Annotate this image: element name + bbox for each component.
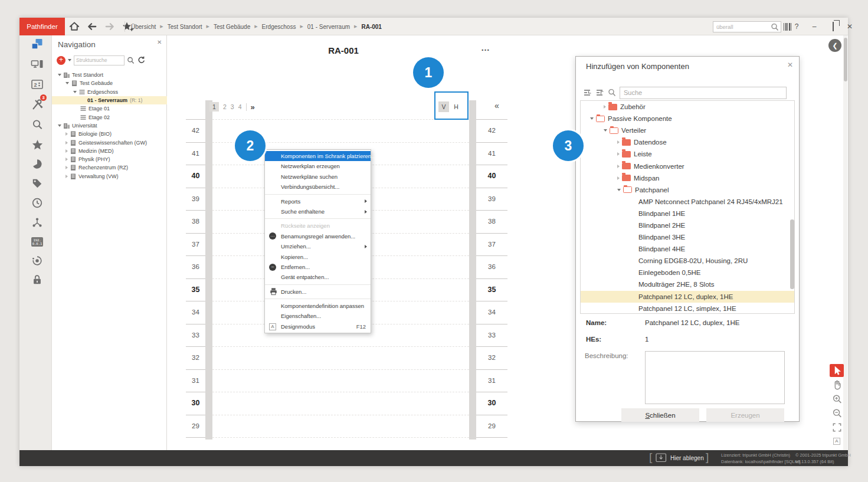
nav-tree-item[interactable]: Verwaltung (VW) (52, 172, 167, 181)
design-a-icon[interactable]: A (830, 435, 844, 448)
component-tree-item[interactable]: Blindpanel 1HE (581, 208, 794, 219)
menu-item[interactable]: Umziehen... (265, 241, 371, 251)
component-tree-item[interactable]: Midspan (581, 172, 794, 184)
drop-zone-label[interactable]: Hier ablegen (670, 455, 704, 461)
nav-tree-item[interactable]: Etage 02 (52, 113, 167, 121)
tag-icon[interactable] (29, 175, 45, 192)
breadcrumb-item[interactable]: Erdgeschoss (262, 24, 296, 30)
pointer-tool-icon[interactable] (830, 364, 844, 377)
home-icon[interactable] (67, 19, 81, 34)
zoom-out-icon[interactable] (830, 406, 844, 419)
nav-tree-item[interactable]: Geisteswissenschaften (GW) (52, 138, 167, 146)
component-tree-item[interactable]: Medienkonverter (581, 160, 794, 172)
menu-item[interactable]: Drucken... (265, 287, 371, 297)
menu-item[interactable]: Netzwerkpläne suchen (265, 172, 371, 182)
component-tree-item[interactable]: Modulträger 2HE, 8 Slots (581, 278, 794, 290)
chevron-expanded-icon[interactable] (617, 189, 621, 191)
component-search-input[interactable] (620, 87, 787, 99)
chevron-collapsed-icon[interactable] (617, 152, 620, 156)
add-structure-dropdown-icon[interactable] (68, 59, 71, 61)
breadcrumb-item[interactable]: RA-001 (361, 24, 381, 30)
rack-page-2[interactable]: 2 (223, 103, 227, 110)
structure-icon[interactable] (29, 36, 45, 53)
rack-plan-icon[interactable]: 2 (29, 76, 45, 93)
menu-item[interactable]: ADesignmodusF12 (265, 322, 371, 332)
component-tree-item[interactable]: Patchpanel 12 LC, duplex, 1HE (581, 291, 794, 303)
structure-search-input[interactable] (74, 55, 125, 65)
view-mode-v-button[interactable]: V (438, 101, 449, 112)
menu-item[interactable]: Kopieren... (265, 252, 371, 262)
back-arrow-icon[interactable] (85, 19, 99, 34)
component-tree-item[interactable]: Patchpanel (581, 184, 794, 196)
breadcrumb-item[interactable]: Übersicht (131, 24, 156, 30)
rack-slot[interactable] (212, 415, 469, 438)
view-mode-h-button[interactable]: H (451, 101, 461, 112)
nav-tree-item[interactable]: Erdgeschoss (52, 88, 167, 96)
canvas-scrollbar-thumb[interactable] (844, 38, 847, 81)
menu-item[interactable]: Komponenten im Schrank platzieren... (265, 151, 371, 161)
breadcrumb-item[interactable]: 01 - Serverraum (307, 24, 350, 30)
rack-page-4[interactable]: 4 (238, 103, 242, 110)
tools-icon[interactable]: 3 (29, 96, 45, 113)
pie-chart-icon[interactable] (29, 156, 45, 172)
description-textarea[interactable] (645, 351, 785, 404)
rack-row[interactable]: 3131 (186, 369, 507, 392)
collapse-panel-icon[interactable]: « (494, 101, 498, 110)
chevron-expanded-icon[interactable] (65, 82, 69, 84)
component-tree-item[interactable]: Corning EDGE8-02U, Housing, 2RU (581, 255, 794, 267)
component-tree-item[interactable]: Datendose (581, 136, 794, 148)
rack-slot[interactable] (212, 392, 469, 415)
chevron-expanded-icon[interactable] (604, 129, 607, 132)
nav-tree-item[interactable]: Biologie (BIO) (52, 130, 167, 138)
rack-row[interactable]: 4242 (186, 119, 507, 142)
menu-item[interactable]: Verbindungsübersicht... (265, 182, 371, 192)
breadcrumb-item[interactable]: Test Gebäude (214, 24, 250, 30)
menu-item[interactable]: Eigenschaften... (265, 311, 371, 321)
component-tree-item[interactable]: Blindpanel 4HE (581, 243, 794, 255)
nav-tree-item[interactable]: Medizin (MED) (52, 147, 167, 155)
nav-tree-item[interactable]: Universität (52, 122, 167, 130)
lock-icon[interactable] (29, 271, 45, 288)
menu-item[interactable]: …Benamungsregel anwenden... (265, 231, 371, 241)
menu-item[interactable]: Netzwerkplan erzeugen (265, 161, 371, 171)
nav-tree-item[interactable]: 01 - Serverraum(R: 1) (52, 96, 167, 104)
panel-back-circle-button[interactable]: ❮ (828, 39, 841, 52)
nav-tree-item[interactable]: Etage 01 (52, 104, 167, 113)
component-tree-item[interactable]: Zubehör (581, 101, 794, 113)
favorites-star-icon[interactable] (29, 136, 45, 153)
chevron-collapsed-icon[interactable] (65, 175, 68, 178)
chevron-collapsed-icon[interactable] (65, 132, 68, 136)
rack-more-menu-icon[interactable]: … (478, 42, 493, 53)
component-tree-scrollbar[interactable] (790, 219, 794, 289)
rack-page-1[interactable]: 1 (209, 102, 219, 112)
component-tree-item[interactable]: Leiste (581, 148, 794, 160)
help-button[interactable]: ? (792, 22, 801, 31)
nav-tree-item[interactable]: Physik (PHY) (52, 155, 167, 163)
menu-item[interactable]: Rückseite anzeigen (265, 221, 371, 231)
refresh-icon[interactable] (137, 56, 145, 64)
nav-tree-item[interactable]: Test Standort (52, 71, 167, 79)
component-tree-item[interactable]: Blindpanel 2HE (581, 219, 794, 231)
orbit-icon[interactable] (29, 253, 45, 269)
chevron-collapsed-icon[interactable] (65, 141, 68, 145)
barcode-scan-icon[interactable] (784, 23, 791, 31)
chevron-expanded-icon[interactable] (73, 91, 77, 93)
fit-screen-icon[interactable] (830, 421, 844, 434)
close-dialog-button[interactable]: Schließen (621, 408, 699, 422)
page-forward-icon[interactable]: » (251, 103, 254, 112)
menu-item[interactable]: Gerät entpatchen... (265, 272, 371, 282)
chevron-expanded-icon[interactable] (58, 74, 61, 76)
minimize-button[interactable]: – (810, 22, 819, 31)
component-tree-item[interactable]: Einlegeboden 0,5HE (581, 267, 794, 278)
zoom-in-icon[interactable] (830, 392, 844, 405)
nav-tree-item[interactable]: Rechenzentrum (RZ) (52, 163, 167, 172)
component-tree-item[interactable]: AMP Netconnect Patchpanel 24 RJ45/4xMRJ2… (581, 196, 794, 208)
ip-address-icon[interactable]: 192.0.0.1 (29, 234, 45, 250)
global-search-input[interactable] (716, 24, 771, 30)
chevron-collapsed-icon[interactable] (65, 166, 68, 169)
menu-item[interactable]: Komponentendefinition anpassen (265, 301, 371, 311)
restore-button[interactable] (827, 22, 837, 31)
nav-tree-item[interactable]: Test Gebäude (52, 79, 167, 87)
rack-row[interactable]: 2929 (186, 415, 507, 438)
close-button[interactable]: ✕ (845, 22, 854, 31)
